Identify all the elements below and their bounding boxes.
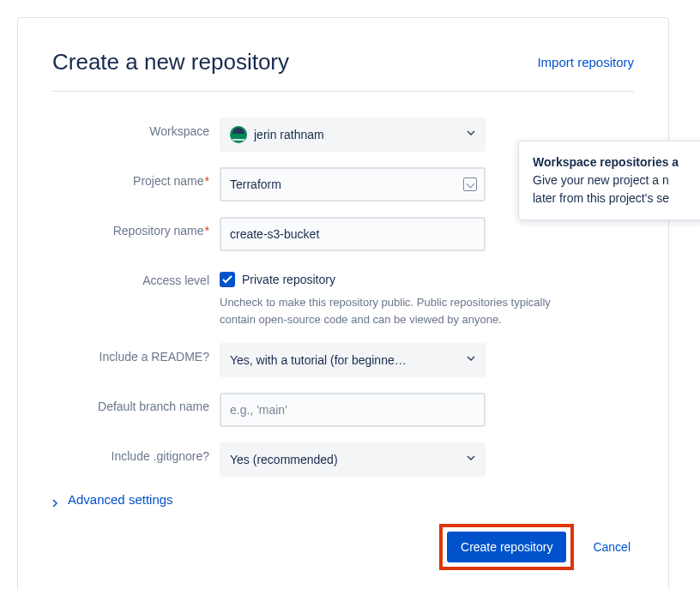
page-title: Create a new repository	[52, 49, 289, 75]
include-readme-select[interactable]: Yes, with a tutorial (for beginne…	[220, 343, 486, 377]
project-name-input-wrap	[220, 167, 486, 201]
repository-name-input-wrap	[220, 217, 486, 251]
repository-name-label: Repository name*	[52, 217, 220, 237]
tooltip-body-line2: later from this project's se	[533, 189, 692, 207]
default-branch-input[interactable]	[230, 394, 475, 425]
workspace-label: Workspace	[52, 117, 220, 138]
advanced-settings-label: Advanced settings	[68, 492, 173, 507]
include-gitignore-row: Include .gitignore? Yes (recommended)	[52, 442, 634, 477]
chevron-down-icon	[467, 130, 475, 139]
include-readme-label: Include a README?	[52, 343, 220, 364]
access-level-row: Access level Private repository Uncheck …	[52, 267, 634, 328]
workspace-avatar-icon	[230, 126, 247, 143]
include-readme-row: Include a README? Yes, with a tutorial (…	[52, 343, 634, 377]
access-level-helper: Uncheck to make this repository public. …	[220, 294, 580, 328]
include-gitignore-value: Yes (recommended)	[230, 453, 467, 466]
include-gitignore-select[interactable]: Yes (recommended)	[220, 442, 486, 477]
project-name-input[interactable]	[230, 169, 475, 200]
import-repository-link[interactable]: Import repository	[537, 55, 634, 69]
default-branch-input-wrap	[220, 393, 486, 427]
include-readme-value: Yes, with a tutorial (for beginne…	[230, 353, 467, 367]
advanced-settings-toggle[interactable]: Advanced settings	[52, 492, 634, 507]
private-repo-label: Private repository	[242, 273, 335, 286]
workspace-selected-value: jerin rathnam	[254, 128, 324, 141]
tooltip-title: Workspace repositories a	[533, 155, 679, 169]
actions-row: Create repository Cancel	[52, 524, 634, 570]
chevron-down-icon	[467, 455, 475, 464]
cancel-button[interactable]: Cancel	[589, 532, 634, 562]
include-gitignore-label: Include .gitignore?	[52, 442, 220, 463]
save-contact-icon[interactable]	[463, 177, 477, 191]
repository-name-row: Repository name*	[52, 217, 634, 251]
project-name-tooltip: Workspace repositories a Give your new p…	[518, 141, 700, 220]
tooltip-body-line1: Give your new project a n	[533, 171, 692, 189]
default-branch-label: Default branch name	[52, 393, 220, 413]
create-button-highlight: Create repository	[439, 524, 574, 570]
workspace-select[interactable]: jerin rathnam	[220, 117, 486, 152]
create-repository-button[interactable]: Create repository	[447, 532, 566, 562]
access-level-label: Access level	[52, 267, 220, 287]
default-branch-row: Default branch name	[52, 393, 634, 427]
create-repo-card: Create a new repository Import repositor…	[17, 17, 669, 589]
private-repo-checkbox[interactable]	[220, 272, 235, 287]
header-row: Create a new repository Import repositor…	[52, 49, 634, 92]
chevron-down-icon	[467, 356, 475, 364]
project-name-label: Project name*	[52, 167, 220, 188]
repository-name-input[interactable]	[230, 219, 475, 249]
chevron-right-icon	[52, 496, 61, 504]
